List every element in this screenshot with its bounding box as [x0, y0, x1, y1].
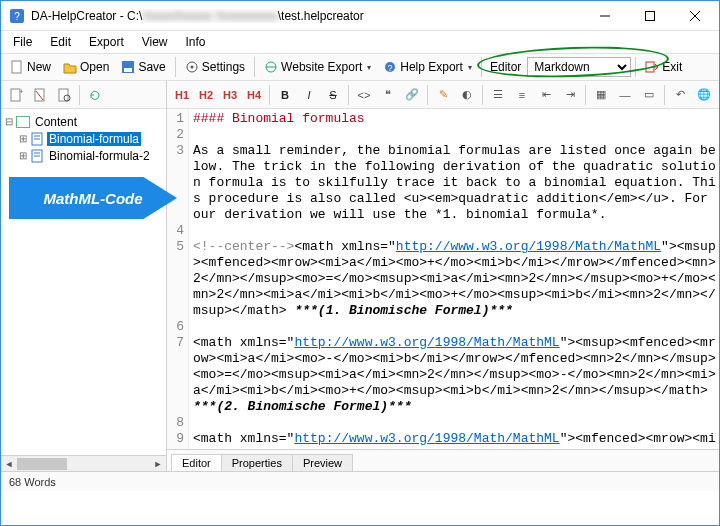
tab-preview[interactable]: Preview [292, 454, 353, 471]
h2-button[interactable]: H2 [195, 84, 217, 106]
editor-pane: H1 H2 H3 H4 B I S <> ❝ 🔗 ✎ ◐ ☰ ≡ ⇤ ⇥ ▦ —… [167, 81, 719, 471]
help-export-button[interactable]: ?Help Export [378, 56, 477, 78]
status-bar: 68 Words [1, 471, 719, 491]
h4-button[interactable]: H4 [243, 84, 265, 106]
tree-root[interactable]: ⊟ Content [3, 113, 164, 130]
link-button[interactable]: 🔗 [401, 84, 423, 106]
editor-toolbar: H1 H2 H3 H4 B I S <> ❝ 🔗 ✎ ◐ ☰ ≡ ⇤ ⇥ ▦ —… [167, 81, 719, 109]
settings-button[interactable]: Settings [180, 56, 250, 78]
menu-export[interactable]: Export [81, 33, 132, 51]
add-page-icon[interactable]: + [5, 84, 27, 106]
refresh-icon[interactable] [84, 84, 106, 106]
italic-button[interactable]: I [298, 84, 320, 106]
svg-rect-3 [645, 11, 654, 20]
svg-rect-6 [12, 61, 21, 73]
delete-page-icon[interactable] [29, 84, 51, 106]
content-tree[interactable]: ⊟ Content ⊞Binomial-formula⊞Binomial-for… [1, 109, 166, 455]
quote-button[interactable]: ❝ [377, 84, 399, 106]
menu-edit[interactable]: Edit [42, 33, 79, 51]
tree-item[interactable]: ⊞Binomial-formula-2 [3, 147, 164, 164]
svg-text:?: ? [14, 11, 20, 22]
image-button[interactable]: ▭ [638, 84, 660, 106]
book-icon [15, 115, 31, 129]
editor-mode-select[interactable]: Markdown [527, 57, 631, 77]
svg-rect-8 [124, 68, 132, 72]
menubar: File Edit Export View Info [1, 31, 719, 53]
window-title: DA-HelpCreator - C:\XxxxxXxxxxx Xxxxxxxx… [31, 9, 582, 23]
word-count: 68 Words [9, 476, 56, 488]
menu-file[interactable]: File [5, 33, 40, 51]
svg-point-10 [190, 66, 193, 69]
new-button[interactable]: New [5, 56, 56, 78]
h3-button[interactable]: H3 [219, 84, 241, 106]
bold-button[interactable]: B [274, 84, 296, 106]
main-area: + ⊟ Content ⊞Binomial-formula⊞Binomial-f… [1, 81, 719, 471]
list-ul-button[interactable]: ☰ [487, 84, 509, 106]
main-toolbar: New Open Save Settings Website Export ?H… [1, 53, 719, 81]
color-button[interactable]: ◐ [456, 84, 478, 106]
outdent-button[interactable]: ⇤ [535, 84, 557, 106]
tab-editor[interactable]: Editor [171, 454, 222, 471]
page-icon [29, 149, 45, 163]
table-button[interactable]: ▦ [590, 84, 612, 106]
sidebar: + ⊟ Content ⊞Binomial-formula⊞Binomial-f… [1, 81, 167, 471]
minimize-button[interactable] [582, 1, 627, 30]
list-ol-button[interactable]: ≡ [511, 84, 533, 106]
highlight-button[interactable]: ✎ [432, 84, 454, 106]
save-button[interactable]: Save [116, 56, 170, 78]
h1-button[interactable]: H1 [171, 84, 193, 106]
menu-info[interactable]: Info [178, 33, 214, 51]
globe-button[interactable]: 🌐 [693, 84, 715, 106]
page-icon [29, 132, 45, 146]
maximize-button[interactable] [627, 1, 672, 30]
titlebar: ? DA-HelpCreator - C:\XxxxxXxxxxx Xxxxxx… [1, 1, 719, 31]
exit-button[interactable]: Exit [640, 56, 687, 78]
line-gutter: 1 2 3 4 5 6 7 8 9 [167, 109, 189, 449]
svg-text:?: ? [388, 63, 393, 73]
tab-properties[interactable]: Properties [221, 454, 293, 471]
tree-item[interactable]: ⊞Binomial-formula [3, 130, 164, 147]
app-icon: ? [9, 8, 25, 24]
sidebar-toolbar: + [1, 81, 166, 109]
svg-text:+: + [19, 88, 23, 96]
undo-button[interactable]: ↶ [669, 84, 691, 106]
source-text[interactable]: #### Binomial formulas As a small remind… [189, 109, 719, 449]
editor-tabs: Editor Properties Preview [167, 449, 719, 471]
menu-view[interactable]: View [134, 33, 176, 51]
svg-rect-23 [17, 117, 29, 127]
page-props-icon[interactable] [53, 84, 75, 106]
close-button[interactable] [672, 1, 717, 30]
editor-label: Editor [490, 60, 521, 74]
hr-button[interactable]: — [614, 84, 636, 106]
code-button[interactable]: <> [353, 84, 375, 106]
indent-button[interactable]: ⇥ [559, 84, 581, 106]
strike-button[interactable]: S [322, 84, 344, 106]
website-export-button[interactable]: Website Export [259, 56, 376, 78]
open-button[interactable]: Open [58, 56, 114, 78]
code-editor[interactable]: 1 2 3 4 5 6 7 8 9 #### Binomial formulas… [167, 109, 719, 449]
sidebar-hscroll[interactable]: ◄► [1, 455, 166, 471]
mathml-callout: MathML-Code [9, 177, 177, 219]
